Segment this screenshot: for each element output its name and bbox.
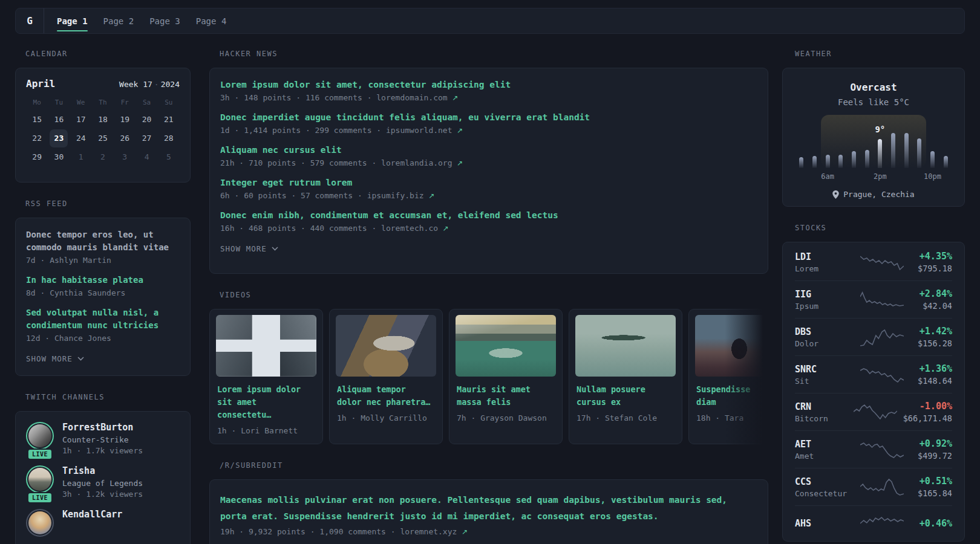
channel-name[interactable]: ForrestBurton (62, 422, 143, 433)
rss-item-title[interactable]: Donec tempor eros leo, ut commodo mauris… (26, 228, 180, 254)
calendar-week-number: Week 17 (119, 80, 152, 89)
calendar-day: 19 (114, 111, 136, 129)
hn-domain-link[interactable]: ipsumify.biz (367, 191, 424, 200)
tab-page-3[interactable]: Page 3 (149, 8, 180, 33)
stock-row-list: LDILorem+4.35%$795.18IIGIpsum+2.84%$42.0… (795, 244, 952, 541)
subreddit-post-meta: 19h · 9,932 points · 1,090 comments · lo… (220, 527, 757, 536)
middle-column: HACKER NEWS Lorem ipsum dolor sit amet, … (209, 48, 768, 544)
location-pin-icon (832, 190, 839, 199)
subreddit-post-title[interactable]: Maecenas mollis pulvinar erat non posuer… (220, 492, 757, 525)
hn-story-title[interactable]: Donec enim nibh, condimentum et accumsan… (220, 209, 757, 222)
video-title[interactable]: Aliquam tempor dolor nec pharetra… (336, 383, 436, 409)
rss-item-title[interactable]: In hac habitasse platea (26, 274, 180, 287)
video-title[interactable]: Mauris sit amet massa felis (456, 383, 556, 409)
rss-item-meta: 8d · Cynthia Saunders (26, 288, 180, 297)
stock-info: LDILorem (795, 251, 854, 273)
twitch-channel-row[interactable]: LIVETrishaLeague of Legends3h · 1.2k vie… (26, 465, 180, 499)
hn-domain-link[interactable]: loremdomain.com (376, 93, 447, 102)
day-number: 1 (72, 148, 90, 166)
sparkline-chart (860, 477, 904, 497)
post-meta-text: 19h · 9,932 points · 1,090 comments (220, 527, 386, 536)
channel-meta: 1h · 1.7k viewers (62, 446, 143, 455)
hn-domain-link[interactable]: ipsumworld.net (386, 126, 452, 135)
weather-hourly-chart: 9° (795, 115, 952, 168)
stock-price: $42.04 (910, 301, 952, 311)
hn-story-title[interactable]: Donec imperdiet augue tincidunt felis al… (220, 111, 757, 124)
day-number: 29 (28, 148, 46, 166)
calendar-day: 22 (26, 129, 48, 147)
stock-row[interactable]: DBSDolor+1.42%$156.28 (795, 318, 952, 355)
stock-change: +0.51% (910, 476, 952, 487)
temperature-bar (865, 150, 869, 168)
rss-item-title[interactable]: Sed volutpat nulla nisl, a condimentum n… (26, 306, 180, 332)
weekday-label: Fr (114, 99, 136, 106)
stock-sparkline (860, 327, 904, 348)
logo[interactable]: G (16, 8, 44, 33)
temperature-bar (878, 139, 882, 168)
video-card-row: Lorem ipsum dolor sit amet consectetu…1h… (209, 309, 768, 444)
stock-row[interactable]: SNRCSit+1.36%$148.64 (795, 355, 952, 393)
video-thumbnail[interactable] (456, 315, 556, 377)
hn-show-more-button[interactable]: SHOW MORE (220, 244, 278, 253)
external-link-icon: ↗ (462, 528, 468, 536)
hour-label: 2pm (874, 172, 887, 181)
calendar-week-info: Week 17·2024 (119, 80, 180, 89)
stock-change: -1.00% (903, 401, 952, 412)
video-thumbnail[interactable] (216, 315, 316, 377)
temperature-bar (799, 157, 803, 168)
weather-condition: Overcast (795, 82, 952, 93)
twitch-channel-row[interactable]: LIVEForrestBurtonCounter-Strike1h · 1.7k… (26, 422, 180, 455)
stock-sparkline (860, 477, 904, 497)
stock-values: +1.42%$156.28 (910, 326, 952, 348)
sparkline-chart (854, 402, 897, 423)
external-link-icon: ↗ (457, 126, 463, 135)
video-title[interactable]: Suspendisse diam (695, 383, 768, 409)
rss-section-label: RSS FEED (25, 198, 191, 209)
twitch-channel-row[interactable]: KendallCarr (26, 509, 180, 537)
hn-story-title[interactable]: Lorem ipsum dolor sit amet, consectetur … (220, 79, 757, 91)
channel-info: KendallCarr (62, 509, 122, 537)
video-card: Mauris sit amet massa felis7h · Grayson … (449, 309, 563, 444)
rss-item-meta: 7d · Ashlyn Martin (26, 256, 180, 265)
stock-row[interactable]: AHS+0.46% (795, 505, 952, 541)
video-thumbnail[interactable] (695, 315, 768, 377)
day-number: 30 (50, 148, 68, 166)
hn-domain-link[interactable]: loremlandia.org (381, 158, 452, 167)
weather-location: Prague, Czechia (843, 190, 914, 199)
hn-story-title[interactable]: Aliquam nec cursus elit (220, 144, 757, 157)
channel-name[interactable]: KendallCarr (62, 509, 122, 520)
rss-item: Sed volutpat nulla nisl, a condimentum n… (26, 306, 180, 343)
stock-row[interactable]: CRNBitcorn-1.00%$66,171.48 (795, 393, 952, 430)
channel-category: League of Legends (62, 479, 143, 488)
rss-show-more-button[interactable]: SHOW MORE (26, 354, 84, 363)
tab-page-1[interactable]: Page 1 (57, 8, 88, 33)
stock-price: $148.64 (910, 376, 952, 386)
channel-name[interactable]: Trisha (62, 465, 143, 477)
stock-info: IIGIpsum (795, 289, 854, 311)
stock-sparkline (860, 364, 904, 385)
stock-change: +0.92% (910, 438, 952, 449)
avatar-image (28, 468, 51, 491)
twitch-section-label: TWITCH CHANNELS (25, 392, 191, 403)
hn-domain-link[interactable]: loremtech.co (381, 224, 438, 233)
video-title[interactable]: Lorem ipsum dolor sit amet consectetu… (216, 383, 316, 421)
stock-price: $795.18 (910, 264, 952, 273)
hn-story-title[interactable]: Integer eget rutrum lorem (220, 176, 757, 189)
calendar-day: 3 (114, 148, 136, 166)
stock-row[interactable]: AETAmet+0.92%$499.72 (795, 430, 952, 468)
subreddit-domain-link[interactable]: loremnet.xyz (400, 527, 457, 536)
stock-row[interactable]: LDILorem+4.35%$795.18 (795, 244, 952, 280)
stock-name: Dolor (795, 339, 854, 348)
stock-values: +0.92%$499.72 (910, 438, 952, 461)
stock-row[interactable]: IIGIpsum+2.84%$42.04 (795, 280, 952, 318)
rss-item-meta: 12d · Chance Jones (26, 334, 180, 343)
tab-page-2[interactable]: Page 2 (103, 8, 134, 33)
stock-name: Lorem (795, 264, 854, 273)
video-thumbnail[interactable] (575, 315, 676, 377)
tab-page-4[interactable]: Page 4 (196, 8, 227, 33)
stock-change: +1.36% (910, 363, 952, 374)
video-card: Suspendisse diam18h · Tara (688, 309, 768, 444)
stock-row[interactable]: CCSConsectetur+0.51%$165.84 (795, 468, 952, 505)
video-title[interactable]: Nullam posuere cursus ex (575, 383, 676, 409)
video-thumbnail[interactable] (336, 315, 436, 377)
